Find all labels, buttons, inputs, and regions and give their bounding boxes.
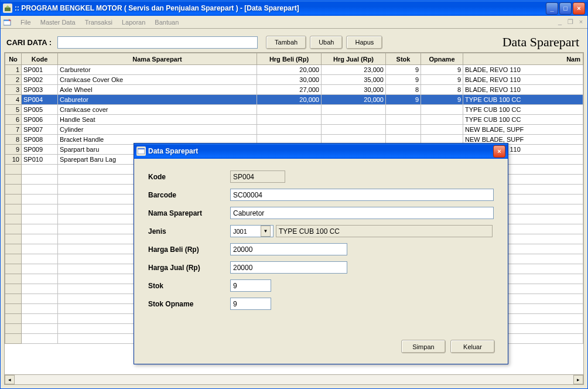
menu-transaksi[interactable]: Transaksi (80, 18, 117, 27)
col-hrg-beli[interactable]: Hrg Beli (Rp) (257, 53, 322, 65)
maximize-button[interactable]: □ (559, 2, 572, 15)
mdi-icon (3, 18, 12, 27)
kode-field (230, 170, 285, 183)
col-hrg-jual[interactable]: Hrg Jual (Rp) (322, 53, 386, 65)
main-title: :: PROGRAM BENGKEL MOTOR ( Servis dan Pe… (15, 4, 546, 12)
search-input[interactable] (57, 36, 258, 49)
mdi-close-icon[interactable]: × (577, 18, 585, 26)
menu-laporan[interactable]: Laporan (117, 18, 150, 27)
toolbar: CARI DATA : Tambah Ubah Hapus Data Spare… (4, 32, 584, 52)
opname-field[interactable] (230, 298, 271, 310)
jenis-desc-field (276, 225, 493, 237)
label-stok: Stok (148, 282, 230, 290)
chevron-down-icon[interactable]: ▼ (261, 226, 271, 237)
label-harga-beli: Harga Beli (Rp) (148, 245, 230, 254)
label-nama: Nama Sparepart (148, 209, 230, 217)
label-barcode: Barcode (148, 191, 230, 199)
scroll-right-icon[interactable]: ▸ (573, 375, 583, 384)
svg-rect-0 (5, 8, 11, 11)
table-row[interactable]: 7SP007CylinderNEW BLADE, SUPF (5, 125, 583, 135)
close-button[interactable]: × (573, 2, 585, 15)
col-kode[interactable]: Kode (22, 53, 58, 65)
dialog-titlebar[interactable]: Data Sparepart × (134, 144, 508, 159)
horizontal-scrollbar[interactable]: ◂ ▸ (5, 374, 583, 384)
table-row[interactable]: 6SP006Handle SeatTYPE CUB 100 CC (5, 115, 583, 125)
minimize-button[interactable]: _ (546, 2, 558, 15)
label-kode: Kode (148, 173, 230, 181)
table-row[interactable]: 2SP002Crankcase Cover Oke30,00035,00099B… (5, 75, 583, 85)
mdi-restore-icon[interactable]: ❐ (566, 18, 575, 26)
main-titlebar[interactable]: :: PROGRAM BENGKEL MOTOR ( Servis dan Pe… (1, 1, 587, 16)
hapus-button[interactable]: Hapus (346, 36, 382, 49)
scroll-track[interactable] (15, 375, 573, 384)
col-nama[interactable]: Nama Sparepart (58, 53, 257, 65)
table-row[interactable]: 3SP003Axle Wheel27,00030,00088BLADE, REV… (5, 85, 583, 95)
label-opname: Stok Opname (148, 300, 230, 308)
scroll-left-icon[interactable]: ◂ (5, 375, 15, 384)
client-area: CARI DATA : Tambah Ubah Hapus Data Spare… (1, 29, 587, 388)
nama-field[interactable] (230, 207, 494, 219)
label-harga-jual: Harga Jual (Rp) (148, 264, 230, 272)
tambah-button[interactable]: Tambah (266, 36, 306, 49)
label-jenis: Jenis (148, 227, 230, 236)
harga-jual-field[interactable] (230, 261, 347, 274)
svg-rect-4 (138, 148, 145, 149)
menu-bantuan[interactable]: Bantuan (150, 18, 183, 27)
stok-field[interactable] (230, 279, 271, 292)
jenis-combo[interactable]: J001 ▼ (230, 225, 274, 237)
table-row[interactable]: 1SP001Carburetor20,00023,00099BLADE, REV… (5, 65, 583, 75)
mdi-minimize-icon[interactable]: _ (556, 18, 564, 26)
table-row[interactable]: 5SP005Crankcase coverTYPE CUB 100 CC (5, 105, 583, 115)
col-stok[interactable]: Stok (386, 53, 421, 65)
ubah-button[interactable]: Ubah (310, 36, 343, 49)
keluar-button[interactable]: Keluar (450, 340, 495, 353)
menu-master-data[interactable]: Master Data (36, 18, 80, 27)
harga-beli-field[interactable] (230, 243, 347, 255)
page-title: Data Sparepart (502, 35, 579, 50)
jenis-code: J001 (233, 228, 259, 235)
simpan-button[interactable]: Simpan (401, 340, 446, 353)
dialog-icon (136, 146, 146, 156)
barcode-field[interactable] (230, 189, 494, 201)
table-row[interactable]: 4SP004Caburetor20,00020,00099TYPE CUB 10… (5, 95, 583, 105)
app-icon (3, 4, 12, 13)
col-opname[interactable]: Opname (421, 53, 463, 65)
menu-file[interactable]: File (16, 18, 36, 27)
sparepart-dialog: Data Sparepart × Kode Barcode Nama Spare… (134, 143, 508, 364)
col-no[interactable]: No (5, 53, 22, 65)
col-nam[interactable]: Nam (463, 53, 583, 65)
search-label: CARI DATA : (6, 38, 52, 47)
dialog-title: Data Sparepart (148, 147, 493, 155)
main-window: :: PROGRAM BENGKEL MOTOR ( Servis dan Pe… (0, 0, 588, 389)
dialog-close-button[interactable]: × (493, 145, 505, 158)
menu-bar: File Master Data Transaksi Laporan Bantu… (1, 16, 587, 29)
